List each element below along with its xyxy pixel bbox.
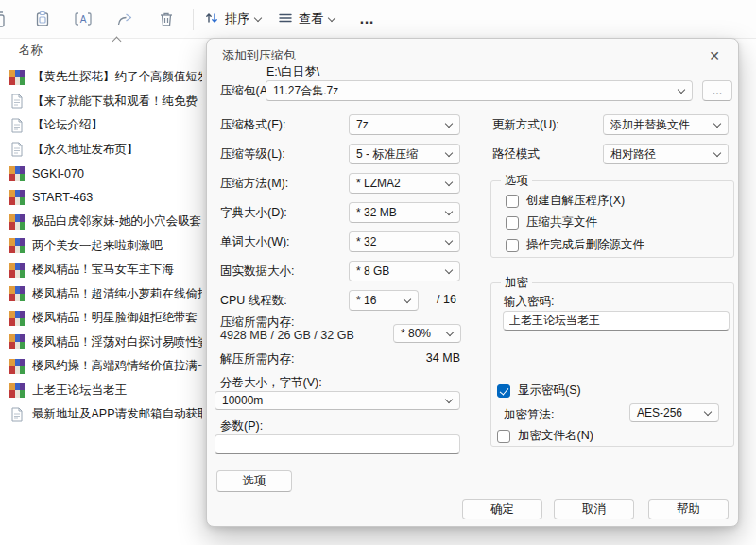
list-item[interactable]: 【黄先生探花】约了个高颜值短发 — [0, 65, 202, 89]
word-size-label: 单词大小(W): — [220, 234, 290, 250]
delete-after-checkbox[interactable]: 操作完成后删除源文件 — [506, 237, 644, 253]
explorer-window: A 排序 查看 … 名称 【黄先生探花】约了个高颜值短 — [0, 0, 756, 545]
chevron-down-icon — [445, 148, 453, 156]
encryption-method-value: AES-256 — [637, 406, 682, 419]
cpu-threads-label: CPU 线程数: — [220, 293, 287, 309]
list-item-label: 最新地址及APP请发邮箱自动获取！！！ — [32, 406, 202, 422]
memory-usage-combobox[interactable]: * 80% — [393, 324, 461, 343]
show-password-checkbox[interactable]: 显示密码(S) — [497, 383, 581, 399]
create-sfx-checkbox[interactable]: 创建自解压程序(X) — [506, 193, 625, 209]
archive-directory: E:\白日梦\ — [266, 64, 319, 80]
path-mode-combobox[interactable]: 相对路径 — [603, 144, 729, 164]
word-size-combobox[interactable]: * 32 — [349, 231, 460, 252]
chevron-down-icon — [678, 85, 685, 93]
chevron-down-icon — [713, 148, 721, 156]
list-item[interactable]: 【来了就能下载和观看！纯免费！】 — [0, 90, 202, 113]
dictionary-label: 字典大小(D): — [220, 205, 287, 221]
memory-decompress-label: 解压所需内存: — [220, 351, 294, 367]
close-icon[interactable]: ✕ — [704, 45, 725, 66]
compress-shared-checkbox[interactable]: 压缩共享文件 — [506, 214, 597, 230]
list-item[interactable]: 【永久地址发布页】 — [0, 138, 202, 162]
encryption-method-combobox[interactable]: AES-256 — [629, 403, 719, 422]
column-header-name[interactable]: 名称 — [19, 43, 43, 59]
create-sfx-label: 创建自解压程序(X) — [526, 193, 625, 209]
encrypt-filenames-checkbox[interactable]: 加密文件名(N) — [497, 428, 593, 444]
list-item[interactable]: 【论坛介绍】 — [0, 113, 202, 137]
format-combobox[interactable]: 7z — [349, 114, 460, 135]
level-combobox[interactable]: 5 - 标准压缩 — [349, 144, 460, 164]
cancel-button[interactable]: 取消 — [554, 499, 634, 519]
dictionary-combobox[interactable]: * 32 MB — [349, 202, 460, 223]
ok-button[interactable]: 确定 — [462, 499, 542, 519]
update-mode-label: 更新方式(U): — [492, 117, 559, 133]
add-to-archive-dialog: 添加到压缩包 ✕ 压缩包(A) E:\白日梦\ 11.27合集.7z ... 压… — [206, 38, 739, 527]
sort-menu-button[interactable]: 排序 — [198, 6, 266, 32]
method-label: 压缩方法(M): — [220, 176, 288, 192]
list-item-label: 两个美女一起来啦刺激吧 — [32, 238, 163, 254]
chevron-down-icon — [404, 295, 411, 302]
paste-icon[interactable] — [29, 6, 56, 32]
list-item[interactable]: 两个美女一起来啦刺激吧 — [0, 234, 202, 258]
share-icon[interactable] — [112, 6, 138, 32]
level-value: 5 - 标准压缩 — [356, 146, 418, 162]
list-item[interactable]: 楼凤精品！明星脸御姐拒绝带套 — [0, 306, 202, 330]
list-item[interactable]: 极品白虎邻家妹-她的小穴会吸套 — [0, 210, 202, 233]
list-item[interactable]: 楼凤精品！淫荡对白探讨易喷性姿 — [0, 331, 202, 354]
list-item-label: 楼凤精品！宝马女车主下海 — [32, 262, 174, 278]
word-size-value: * 32 — [356, 235, 376, 248]
list-item[interactable]: 最新地址及APP请发邮箱自动获取！！！ — [0, 402, 202, 426]
chevron-down-icon — [328, 13, 335, 21]
archive-label: 压缩包(A) — [220, 83, 271, 99]
solid-block-combobox[interactable]: * 8 GB — [349, 261, 460, 281]
dictionary-value: * 32 MB — [356, 206, 397, 219]
chevron-down-icon — [445, 236, 453, 244]
volume-size-label: 分卷大小，字节(V): — [220, 375, 322, 391]
list-item[interactable]: 上老王论坛当老王 — [0, 379, 202, 402]
list-item-label: 【永久地址发布页】 — [32, 142, 139, 158]
list-item[interactable]: 楼凤精品！超清纯小萝莉在线偷拍 — [0, 282, 202, 306]
delete-icon[interactable] — [153, 6, 180, 32]
password-input[interactable] — [503, 311, 730, 331]
list-item-label: START-463 — [32, 191, 93, 204]
view-lines-icon — [278, 10, 293, 28]
format-label: 压缩格式(F): — [220, 117, 285, 133]
chevron-down-icon — [254, 13, 262, 21]
checkbox-icon — [506, 216, 519, 230]
list-item[interactable]: START-463 — [0, 186, 202, 210]
list-item-label: 上老王论坛当老王 — [32, 383, 127, 399]
dialog-title: 添加到压缩包 — [222, 47, 296, 64]
list-item-label: 【黄先生探花】约了个高颜值短发 — [32, 69, 202, 85]
cpu-threads-combobox[interactable]: * 16 — [349, 290, 419, 311]
archive-name-combobox[interactable]: 11.27合集.7z — [266, 80, 693, 101]
memory-usage-value: * 80% — [401, 327, 431, 340]
checkbox-icon — [506, 195, 519, 208]
copy-icon[interactable] — [0, 6, 11, 32]
options-button[interactable]: 选项 — [216, 470, 292, 492]
list-item[interactable]: SGKI-070 — [0, 162, 202, 185]
parameters-input[interactable] — [215, 434, 460, 454]
checkbox-icon — [506, 239, 519, 252]
help-button[interactable]: 帮助 — [648, 499, 729, 519]
list-item-label: SGKI-070 — [32, 167, 84, 180]
encrypt-filenames-label: 加密文件名(N) — [518, 428, 593, 444]
memory-decompress-value: 34 MB — [377, 351, 460, 365]
more-options-button[interactable]: … — [353, 6, 381, 32]
chevron-down-icon — [445, 119, 453, 127]
checkbox-icon — [497, 430, 510, 443]
toolbar-separator — [193, 9, 194, 30]
parameters-label: 参数(P): — [220, 418, 263, 434]
browse-button[interactable]: ... — [702, 80, 732, 101]
update-mode-combobox[interactable]: 添加并替换文件 — [603, 114, 729, 135]
list-item[interactable]: 楼凤精品！宝马女车主下海 — [0, 258, 202, 281]
view-menu-button[interactable]: 查看 — [272, 6, 340, 32]
volume-size-combobox[interactable]: 10000m — [215, 391, 460, 410]
memory-compress-detail: 4928 MB / 26 GB / 32 GB — [220, 329, 354, 342]
ellipsis-icon: … — [359, 10, 375, 27]
chevron-down-icon — [445, 178, 453, 185]
format-value: 7z — [356, 118, 369, 131]
method-value: * LZMA2 — [356, 177, 401, 190]
rename-icon[interactable]: A — [70, 6, 96, 32]
list-item[interactable]: 楼凤约操！高端鸡情绪价值拉满~ — [0, 354, 202, 378]
chevron-down-icon — [704, 407, 712, 415]
method-combobox[interactable]: * LZMA2 — [349, 173, 460, 194]
